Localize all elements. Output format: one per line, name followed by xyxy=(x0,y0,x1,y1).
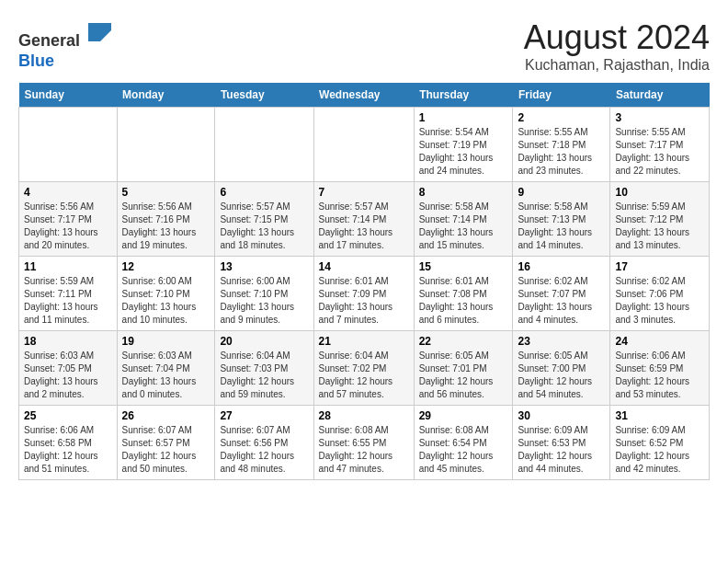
calendar-cell: 10Sunrise: 5:59 AM Sunset: 7:12 PM Dayli… xyxy=(610,182,710,257)
title-section: August 2024 Kuchaman, Rajasthan, India xyxy=(524,18,710,74)
weekday-header-saturday: Saturday xyxy=(610,83,710,108)
calendar-cell xyxy=(313,108,414,182)
day-number: 14 xyxy=(319,260,409,273)
day-number: 8 xyxy=(419,186,508,199)
day-info: Sunrise: 5:59 AM Sunset: 7:11 PM Dayligh… xyxy=(24,275,112,327)
day-number: 10 xyxy=(615,186,704,199)
day-info: Sunrise: 5:59 AM Sunset: 7:12 PM Dayligh… xyxy=(615,201,704,252)
weekday-header-row: SundayMondayTuesdayWednesdayThursdayFrid… xyxy=(19,83,710,108)
day-number: 6 xyxy=(220,186,308,199)
day-info: Sunrise: 6:01 AM Sunset: 7:08 PM Dayligh… xyxy=(419,275,508,327)
day-info: Sunrise: 5:56 AM Sunset: 7:16 PM Dayligh… xyxy=(122,201,210,252)
day-number: 15 xyxy=(419,260,508,273)
calendar-cell: 5Sunrise: 5:56 AM Sunset: 7:16 PM Daylig… xyxy=(117,182,215,257)
day-info: Sunrise: 6:06 AM Sunset: 6:59 PM Dayligh… xyxy=(615,350,704,401)
calendar-table: SundayMondayTuesdayWednesdayThursdayFrid… xyxy=(18,83,710,480)
calendar-week-row: 11Sunrise: 5:59 AM Sunset: 7:11 PM Dayli… xyxy=(19,257,710,331)
day-number: 21 xyxy=(319,335,409,348)
calendar-week-row: 18Sunrise: 6:03 AM Sunset: 7:05 PM Dayli… xyxy=(19,331,710,406)
weekday-header-friday: Friday xyxy=(513,83,610,108)
day-number: 25 xyxy=(24,409,112,422)
calendar-cell: 27Sunrise: 6:07 AM Sunset: 6:56 PM Dayli… xyxy=(215,406,313,480)
calendar-cell: 16Sunrise: 6:02 AM Sunset: 7:07 PM Dayli… xyxy=(513,257,610,331)
calendar-cell: 13Sunrise: 6:00 AM Sunset: 7:10 PM Dayli… xyxy=(215,257,313,331)
day-number: 24 xyxy=(615,335,704,348)
calendar-cell: 28Sunrise: 6:08 AM Sunset: 6:55 PM Dayli… xyxy=(313,406,414,480)
calendar-cell: 18Sunrise: 6:03 AM Sunset: 7:05 PM Dayli… xyxy=(19,331,118,406)
day-number: 12 xyxy=(122,260,210,273)
day-info: Sunrise: 6:02 AM Sunset: 7:07 PM Dayligh… xyxy=(518,275,605,327)
day-number: 22 xyxy=(419,335,508,348)
calendar-cell xyxy=(19,108,118,182)
weekday-header-sunday: Sunday xyxy=(19,83,118,108)
day-info: Sunrise: 5:58 AM Sunset: 7:13 PM Dayligh… xyxy=(518,201,605,252)
weekday-header-wednesday: Wednesday xyxy=(313,83,414,108)
day-info: Sunrise: 6:00 AM Sunset: 7:10 PM Dayligh… xyxy=(220,275,308,327)
calendar-week-row: 1Sunrise: 5:54 AM Sunset: 7:19 PM Daylig… xyxy=(19,108,710,182)
day-number: 9 xyxy=(518,186,605,199)
day-info: Sunrise: 6:05 AM Sunset: 7:01 PM Dayligh… xyxy=(419,350,508,401)
calendar-cell: 8Sunrise: 5:58 AM Sunset: 7:14 PM Daylig… xyxy=(414,182,513,257)
day-info: Sunrise: 6:07 AM Sunset: 6:56 PM Dayligh… xyxy=(220,424,308,476)
calendar-cell xyxy=(117,108,215,182)
calendar-cell: 14Sunrise: 6:01 AM Sunset: 7:09 PM Dayli… xyxy=(313,257,414,331)
day-info: Sunrise: 5:57 AM Sunset: 7:15 PM Dayligh… xyxy=(220,201,308,252)
weekday-header-tuesday: Tuesday xyxy=(215,83,313,108)
calendar-cell: 1Sunrise: 5:54 AM Sunset: 7:19 PM Daylig… xyxy=(414,108,513,182)
calendar-cell: 17Sunrise: 6:02 AM Sunset: 7:06 PM Dayli… xyxy=(610,257,710,331)
day-number: 23 xyxy=(518,335,605,348)
calendar-cell: 24Sunrise: 6:06 AM Sunset: 6:59 PM Dayli… xyxy=(610,331,710,406)
day-info: Sunrise: 6:09 AM Sunset: 6:53 PM Dayligh… xyxy=(518,424,605,476)
calendar-week-row: 25Sunrise: 6:06 AM Sunset: 6:58 PM Dayli… xyxy=(19,406,710,480)
day-info: Sunrise: 6:04 AM Sunset: 7:03 PM Dayligh… xyxy=(220,350,308,401)
svg-marker-0 xyxy=(88,23,111,41)
calendar-cell: 3Sunrise: 5:55 AM Sunset: 7:17 PM Daylig… xyxy=(610,108,710,182)
day-number: 5 xyxy=(122,186,210,199)
day-info: Sunrise: 5:55 AM Sunset: 7:18 PM Dayligh… xyxy=(518,126,605,178)
calendar-cell: 21Sunrise: 6:04 AM Sunset: 7:02 PM Dayli… xyxy=(313,331,414,406)
day-info: Sunrise: 5:54 AM Sunset: 7:19 PM Dayligh… xyxy=(419,126,508,178)
calendar-cell: 15Sunrise: 6:01 AM Sunset: 7:08 PM Dayli… xyxy=(414,257,513,331)
day-info: Sunrise: 6:03 AM Sunset: 7:05 PM Dayligh… xyxy=(24,350,112,401)
day-info: Sunrise: 5:55 AM Sunset: 7:17 PM Dayligh… xyxy=(615,126,704,178)
day-info: Sunrise: 6:06 AM Sunset: 6:58 PM Dayligh… xyxy=(24,424,112,476)
day-info: Sunrise: 6:08 AM Sunset: 6:55 PM Dayligh… xyxy=(319,424,409,476)
calendar-cell: 6Sunrise: 5:57 AM Sunset: 7:15 PM Daylig… xyxy=(215,182,313,257)
weekday-header-monday: Monday xyxy=(117,83,215,108)
day-info: Sunrise: 5:57 AM Sunset: 7:14 PM Dayligh… xyxy=(319,201,409,252)
day-info: Sunrise: 6:02 AM Sunset: 7:06 PM Dayligh… xyxy=(615,275,704,327)
day-number: 2 xyxy=(518,111,605,124)
day-info: Sunrise: 6:00 AM Sunset: 7:10 PM Dayligh… xyxy=(122,275,210,327)
weekday-header-thursday: Thursday xyxy=(414,83,513,108)
day-info: Sunrise: 6:09 AM Sunset: 6:52 PM Dayligh… xyxy=(615,424,704,476)
calendar-title: August 2024 xyxy=(524,18,710,57)
day-info: Sunrise: 6:08 AM Sunset: 6:54 PM Dayligh… xyxy=(419,424,508,476)
day-number: 28 xyxy=(319,409,409,422)
day-number: 1 xyxy=(419,111,508,124)
logo-general: General xyxy=(18,31,80,50)
calendar-cell: 30Sunrise: 6:09 AM Sunset: 6:53 PM Dayli… xyxy=(513,406,610,480)
logo-blue: Blue xyxy=(18,52,54,70)
calendar-cell: 20Sunrise: 6:04 AM Sunset: 7:03 PM Dayli… xyxy=(215,331,313,406)
day-info: Sunrise: 6:07 AM Sunset: 6:57 PM Dayligh… xyxy=(122,424,210,476)
calendar-cell xyxy=(215,108,313,182)
day-info: Sunrise: 6:03 AM Sunset: 7:04 PM Dayligh… xyxy=(122,350,210,401)
day-number: 27 xyxy=(220,409,308,422)
calendar-cell: 12Sunrise: 6:00 AM Sunset: 7:10 PM Dayli… xyxy=(117,257,215,331)
logo-icon xyxy=(84,18,111,46)
logo: General Blue xyxy=(18,18,111,71)
calendar-cell: 23Sunrise: 6:05 AM Sunset: 7:00 PM Dayli… xyxy=(513,331,610,406)
calendar-cell: 31Sunrise: 6:09 AM Sunset: 6:52 PM Dayli… xyxy=(610,406,710,480)
calendar-cell: 29Sunrise: 6:08 AM Sunset: 6:54 PM Dayli… xyxy=(414,406,513,480)
day-number: 31 xyxy=(615,409,704,422)
calendar-cell: 25Sunrise: 6:06 AM Sunset: 6:58 PM Dayli… xyxy=(19,406,118,480)
calendar-cell: 7Sunrise: 5:57 AM Sunset: 7:14 PM Daylig… xyxy=(313,182,414,257)
day-number: 11 xyxy=(24,260,112,273)
calendar-cell: 2Sunrise: 5:55 AM Sunset: 7:18 PM Daylig… xyxy=(513,108,610,182)
day-number: 26 xyxy=(122,409,210,422)
calendar-cell: 9Sunrise: 5:58 AM Sunset: 7:13 PM Daylig… xyxy=(513,182,610,257)
day-number: 4 xyxy=(24,186,112,199)
day-number: 3 xyxy=(615,111,704,124)
calendar-cell: 26Sunrise: 6:07 AM Sunset: 6:57 PM Dayli… xyxy=(117,406,215,480)
day-info: Sunrise: 6:04 AM Sunset: 7:02 PM Dayligh… xyxy=(319,350,409,401)
